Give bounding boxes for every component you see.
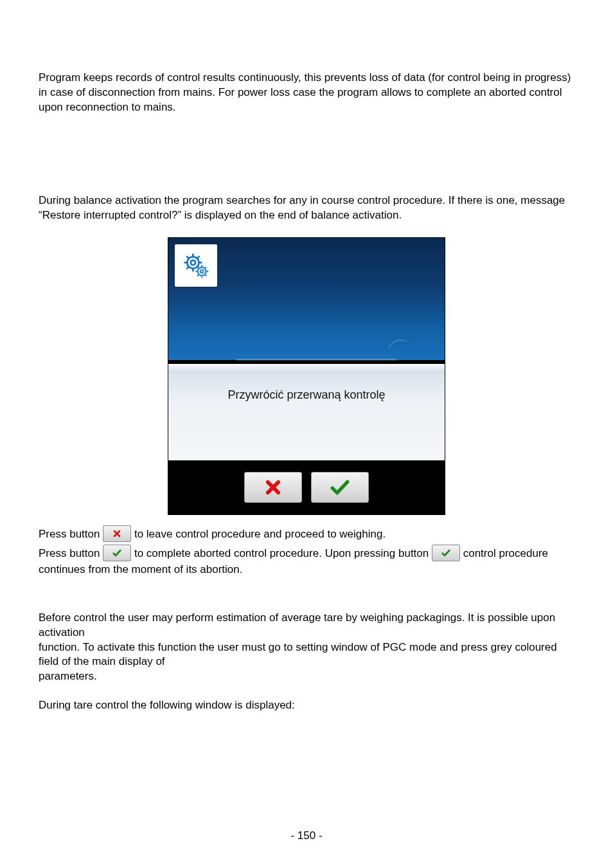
paragraph-tare-window: During tare control the following window…	[39, 698, 574, 713]
paragraph-average-tare-2: function. To activate this function the …	[39, 640, 574, 670]
dialog-panel: Przywrócić przerwaną kontrolę	[168, 364, 445, 460]
cross-icon	[112, 529, 122, 539]
svg-point-1	[191, 260, 195, 264]
inline-confirm-button[interactable]	[103, 545, 131, 561]
press-cancel-text-b: to leave control procedure and proceed t…	[134, 528, 386, 540]
svg-point-3	[200, 270, 204, 273]
settings-icon-button[interactable]	[175, 244, 217, 287]
press-cancel-text-a: Press button	[39, 528, 103, 540]
gear-icon	[182, 251, 210, 280]
page-number: - 150 -	[0, 829, 613, 842]
paragraph-activation: During balance activation the program se…	[39, 194, 574, 223]
inline-cancel-button[interactable]	[103, 525, 131, 542]
screenshot-figure: Przywrócić przerwaną kontrolę	[39, 237, 574, 515]
press-confirm-text-b: to complete aborted control procedure. U…	[134, 547, 432, 559]
inline-confirm-button-2[interactable]	[432, 545, 460, 561]
cross-icon	[264, 478, 282, 496]
paragraph-average-tare-3: parameters.	[39, 669, 574, 684]
paragraph-records: Program keeps records of control results…	[39, 71, 574, 115]
check-icon	[112, 548, 122, 558]
progress-strip	[236, 359, 397, 361]
dialog-cancel-button[interactable]	[244, 472, 302, 503]
paragraph-average-tare-1: Before control the user may perform esti…	[39, 611, 574, 640]
dialog-confirm-button[interactable]	[311, 472, 369, 503]
dialog-message: Przywrócić przerwaną kontrolę	[168, 388, 445, 402]
check-icon	[441, 548, 451, 558]
check-icon	[330, 478, 350, 496]
press-confirm-text-a: Press button	[39, 547, 103, 559]
